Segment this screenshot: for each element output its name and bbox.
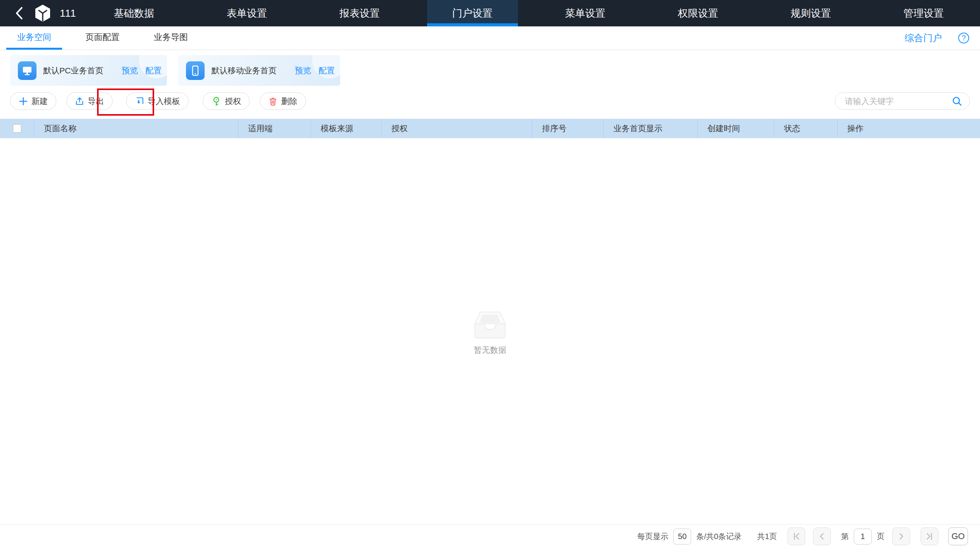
download-icon [135, 97, 144, 106]
import-template-label: 导入模板 [148, 96, 180, 107]
portal-settings-page: 111 基础数据 表单设置 报表设置 门户设置 菜单设置 权限设置 规则设置 管… [0, 0, 980, 548]
column-status: 状态 [774, 119, 837, 138]
new-button-label: 新建 [31, 96, 48, 107]
search-input[interactable] [835, 92, 970, 110]
column-applicable-end: 适用端 [238, 119, 311, 138]
chevron-bar-left-icon [792, 532, 801, 541]
app-cube-logo [34, 4, 51, 23]
chevron-left-icon [15, 6, 23, 20]
chevron-right-icon [897, 532, 905, 541]
chevron-bar-right-icon [925, 532, 934, 541]
per-page-label: 每页显示 [637, 531, 668, 542]
page-number-input[interactable] [854, 529, 872, 545]
chevron-left-icon [818, 532, 826, 541]
go-button[interactable]: GO [948, 527, 968, 545]
card-title: 默认移动业务首页 [211, 65, 276, 76]
next-page-button[interactable] [892, 527, 910, 545]
sub-tabbar: 业务空间 页面配置 业务导图 综合门户 ? [0, 26, 980, 50]
search-icon[interactable] [951, 95, 963, 109]
integrated-portal-link[interactable]: 综合门户 [905, 32, 942, 44]
authorize-button[interactable]: 授权 [203, 92, 250, 110]
column-homepage-display: 业务首页显示 [603, 119, 697, 138]
empty-inbox-icon [469, 307, 511, 339]
pc-preview-link[interactable]: 预览 [122, 65, 138, 76]
export-button[interactable]: 导出 [66, 92, 113, 110]
nav-item-menu-settings[interactable]: 菜单设置 [540, 0, 631, 26]
nav-item-report-settings[interactable]: 报表设置 [314, 0, 405, 26]
tabbar-right: 综合门户 ? [905, 26, 980, 50]
workspace-title: 111 [60, 7, 76, 19]
export-button-label: 导出 [88, 96, 104, 107]
authorize-button-label: 授权 [225, 96, 241, 107]
nav-item-permission-settings[interactable]: 权限设置 [653, 0, 744, 26]
monitor-icon [18, 61, 36, 80]
last-page-button[interactable] [921, 527, 938, 545]
table-header: 页面名称 适用端 模板来源 授权 排序号 业务首页显示 创建时间 状态 操作 [0, 119, 980, 138]
smartphone-icon [186, 61, 205, 80]
page-prefix-label: 第 [841, 531, 849, 542]
select-all-cell [0, 119, 34, 138]
import-template-button[interactable]: 导入模板 [126, 92, 189, 110]
nav-item-basic-data[interactable]: 基础数据 [89, 0, 180, 26]
search-box [835, 92, 970, 110]
mobile-configure-link[interactable]: 配置 [318, 65, 335, 76]
page-suffix-label: 页 [877, 531, 884, 542]
column-template-source: 模板来源 [311, 119, 381, 138]
nav-item-admin-settings[interactable]: 管理设置 [878, 0, 970, 26]
back-button[interactable] [15, 5, 25, 21]
empty-state-text: 暂无数据 [474, 345, 506, 356]
total-pages-label: 共1页 [757, 531, 777, 542]
mobile-homepage-card: 默认移动业务首页 预览 配置 [178, 55, 340, 86]
column-actions: 操作 [837, 119, 980, 138]
tab-business-map[interactable]: 业务导图 [143, 26, 199, 50]
help-icon[interactable]: ? [958, 33, 969, 43]
cube-icon [34, 4, 51, 23]
upload-icon [75, 97, 84, 106]
trash-icon [268, 97, 278, 106]
toolbar: 新建 导出 导入模板 [0, 92, 980, 110]
key-icon [211, 96, 221, 106]
new-button[interactable]: 新建 [10, 92, 56, 110]
pc-homepage-card: 默认PC业务首页 预览 配置 [10, 55, 167, 86]
tab-business-space[interactable]: 业务空间 [6, 26, 62, 50]
column-page-name: 页面名称 [34, 119, 238, 138]
pagination-bar: 每页显示 条/共0条记录 共1页 第 页 GO [0, 524, 980, 548]
nav-item-rule-settings[interactable]: 规则设置 [765, 0, 857, 26]
plus-icon [19, 97, 28, 106]
navbar-left: 111 [0, 0, 78, 26]
table-body-empty: 暂无数据 [0, 138, 980, 524]
mobile-preview-link[interactable]: 预览 [295, 65, 311, 76]
prev-page-button[interactable] [813, 527, 831, 545]
tab-page-config[interactable]: 页面配置 [75, 26, 130, 50]
nav-item-form-settings[interactable]: 表单设置 [202, 0, 293, 26]
first-page-button[interactable] [787, 527, 805, 545]
delete-button[interactable]: 删除 [260, 92, 306, 110]
per-page-input[interactable] [673, 529, 691, 545]
records-count-label: 条/共0条记录 [696, 531, 742, 542]
default-homepage-cards: 默认PC业务首页 预览 配置 默认移动业务首页 预览 配置 [0, 50, 980, 86]
column-authorization: 授权 [381, 119, 532, 138]
select-all-checkbox[interactable] [13, 124, 21, 133]
column-create-time: 创建时间 [697, 119, 774, 138]
nav-item-portal-settings[interactable]: 门户设置 [427, 0, 518, 26]
top-navbar: 111 基础数据 表单设置 报表设置 门户设置 菜单设置 权限设置 规则设置 管… [0, 0, 980, 26]
pc-configure-link[interactable]: 配置 [145, 65, 162, 76]
column-sort-number: 排序号 [532, 119, 603, 138]
delete-button-label: 删除 [281, 96, 297, 107]
top-menu: 基础数据 表单设置 报表设置 门户设置 菜单设置 权限设置 规则设置 管理设置 [78, 0, 980, 26]
card-title: 默认PC业务首页 [43, 65, 103, 76]
